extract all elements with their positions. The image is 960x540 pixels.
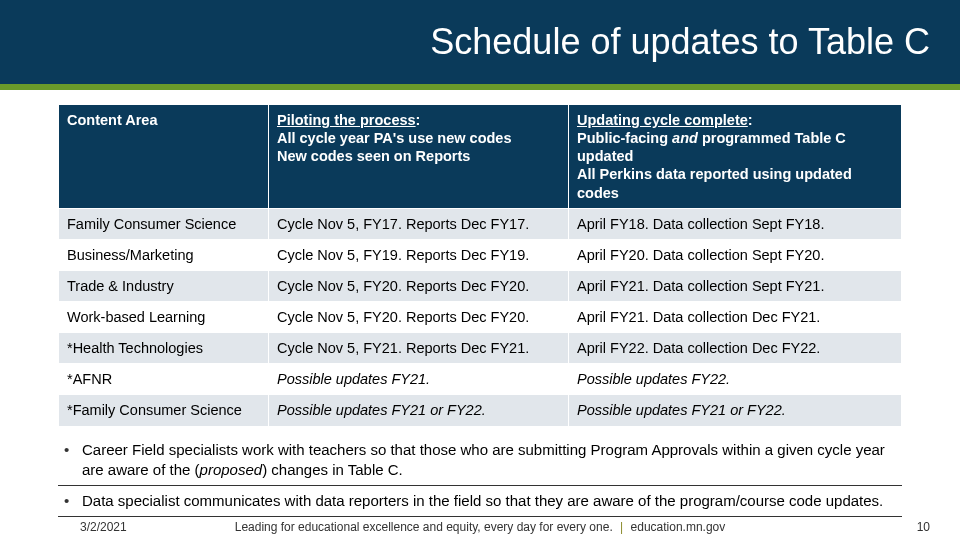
table-cell: Trade & Industry: [59, 270, 269, 301]
table-cell: Business/Marketing: [59, 239, 269, 270]
header-piloting: Piloting the process: All cycle year PA'…: [269, 105, 569, 209]
bullet-item: Data specialist communicates with data r…: [58, 486, 902, 517]
header-text: Content Area: [67, 112, 158, 128]
bullet-text: ) changes in Table C.: [262, 461, 403, 478]
header-text: Updating cycle complete: [577, 112, 748, 128]
table-row: *Family Consumer SciencePossible updates…: [59, 395, 902, 426]
header-text: All Perkins data reported using updated …: [577, 166, 852, 200]
schedule-table: Content Area Piloting the process: All c…: [58, 104, 902, 427]
table-cell: Work-based Learning: [59, 302, 269, 333]
table-cell: *Family Consumer Science: [59, 395, 269, 426]
table-row: Trade & IndustryCycle Nov 5, FY20. Repor…: [59, 270, 902, 301]
table-cell: April FY20. Data collection Sept FY20.: [569, 239, 902, 270]
table-cell: Cycle Nov 5, FY17. Reports Dec FY17.: [269, 208, 569, 239]
header-text: Piloting the process: [277, 112, 416, 128]
bullet-list: Career Field specialists work with teach…: [58, 435, 902, 518]
table-cell: Possible updates FY21.: [269, 364, 569, 395]
table-cell: April FY22. Data collection Dec FY22.: [569, 333, 902, 364]
table-cell: April FY21. Data collection Dec FY21.: [569, 302, 902, 333]
header-text: New codes seen on Reports: [277, 148, 470, 164]
table-row: Work-based LearningCycle Nov 5, FY20. Re…: [59, 302, 902, 333]
table-cell: Cycle Nov 5, FY19. Reports Dec FY19.: [269, 239, 569, 270]
table-cell: *AFNR: [59, 364, 269, 395]
footer-link-text: education.mn.gov: [631, 520, 726, 534]
table-body: Family Consumer ScienceCycle Nov 5, FY17…: [59, 208, 902, 426]
header-content-area: Content Area: [59, 105, 269, 209]
footer-center: Leading for educational excellence and e…: [0, 520, 960, 534]
table-cell: *Health Technologies: [59, 333, 269, 364]
bullet-text-italic: proposed: [200, 461, 263, 478]
table-header-row: Content Area Piloting the process: All c…: [59, 105, 902, 209]
table-cell: April FY21. Data collection Sept FY21.: [569, 270, 902, 301]
header-text: Public-facing: [577, 130, 672, 146]
table-row: *Health TechnologiesCycle Nov 5, FY21. R…: [59, 333, 902, 364]
table-row: *AFNRPossible updates FY21.Possible upda…: [59, 364, 902, 395]
table-row: Family Consumer ScienceCycle Nov 5, FY17…: [59, 208, 902, 239]
header-text: and: [672, 130, 698, 146]
table-cell: Cycle Nov 5, FY20. Reports Dec FY20.: [269, 270, 569, 301]
slide-title: Schedule of updates to Table C: [430, 21, 930, 63]
slide: Schedule of updates to Table C Content A…: [0, 0, 960, 540]
table-cell: Family Consumer Science: [59, 208, 269, 239]
table-container: Content Area Piloting the process: All c…: [0, 90, 960, 427]
table-cell: Possible updates FY21 or FY22.: [569, 395, 902, 426]
title-bar: Schedule of updates to Table C: [0, 0, 960, 84]
header-text: All cycle year PA's use new codes: [277, 130, 512, 146]
table-row: Business/MarketingCycle Nov 5, FY19. Rep…: [59, 239, 902, 270]
table-cell: Possible updates FY22.: [569, 364, 902, 395]
header-updating: Updating cycle complete: Public-facing a…: [569, 105, 902, 209]
footer-separator: |: [620, 520, 623, 534]
bullet-item: Career Field specialists work with teach…: [58, 435, 902, 487]
table-cell: Possible updates FY21 or FY22.: [269, 395, 569, 426]
table-cell: Cycle Nov 5, FY21. Reports Dec FY21.: [269, 333, 569, 364]
page-number: 10: [917, 520, 930, 534]
bullets: Career Field specialists work with teach…: [0, 427, 960, 518]
footer-text: Leading for educational excellence and e…: [235, 520, 613, 534]
table-cell: April FY18. Data collection Sept FY18.: [569, 208, 902, 239]
bullet-text: Data specialist communicates with data r…: [82, 492, 883, 509]
table-cell: Cycle Nov 5, FY20. Reports Dec FY20.: [269, 302, 569, 333]
